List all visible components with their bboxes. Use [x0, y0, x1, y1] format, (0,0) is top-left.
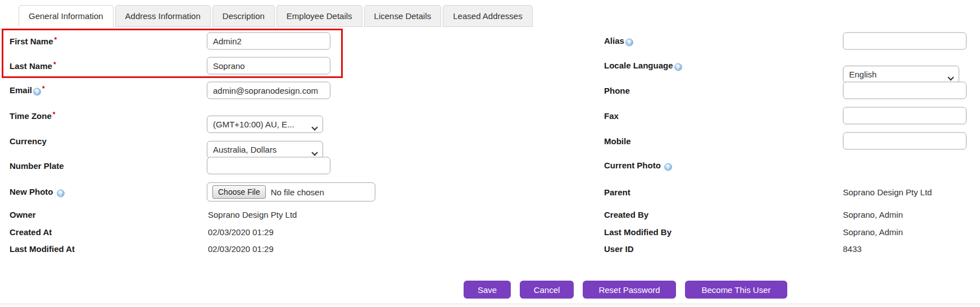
tab-license-details[interactable]: License Details [364, 5, 442, 27]
phone-input[interactable] [843, 82, 967, 99]
created-by-value: Soprano, Admin [843, 210, 903, 219]
field-row-phone: Phone [0, 81, 980, 99]
become-this-user-button[interactable]: Become This User [685, 281, 787, 299]
help-icon[interactable]: ? [664, 163, 672, 171]
locale-language-label: Locale Language? [604, 61, 682, 71]
tab-address-information[interactable]: Address Information [115, 5, 211, 27]
help-icon[interactable]: ? [625, 39, 633, 47]
alias-label: Alias? [604, 36, 633, 47]
tab-leased-addresses[interactable]: Leased Addresses [443, 5, 532, 27]
created-by-label: Created By [604, 210, 648, 219]
help-icon[interactable]: ? [674, 63, 682, 71]
parent-value: Soprano Design Pty Ltd [843, 187, 932, 197]
field-row-created-by: Created By Soprano, Admin [0, 209, 980, 220]
tab-bar: General Information Address Information … [19, 5, 533, 27]
save-button[interactable]: Save [464, 281, 511, 299]
field-row-locale-language: Locale Language? English [0, 57, 980, 75]
parent-label: Parent [604, 187, 630, 197]
fax-label: Fax [604, 111, 619, 121]
mobile-label: Mobile [604, 136, 631, 146]
last-modified-by-label: Last Modified By [604, 227, 672, 237]
field-row-current-photo: Current Photo? [0, 157, 980, 175]
alias-input[interactable] [843, 33, 967, 50]
user-id-value: 8433 [843, 244, 861, 254]
field-row-parent: Parent Soprano Design Pty Ltd [0, 186, 980, 198]
tab-description[interactable]: Description [212, 5, 275, 27]
reset-password-button[interactable]: Reset Password [583, 281, 676, 299]
phone-label: Phone [604, 86, 630, 95]
field-row-last-modified-by: Last Modified By Soprano, Admin [0, 226, 980, 237]
fax-input[interactable] [843, 107, 967, 125]
tab-employee-details[interactable]: Employee Details [276, 5, 362, 27]
last-modified-by-value: Soprano, Admin [843, 227, 903, 237]
mobile-input[interactable] [843, 132, 967, 150]
bottom-divider [0, 304, 980, 307]
field-row-alias: Alias? [0, 32, 980, 50]
cancel-button[interactable]: Cancel [520, 281, 574, 299]
field-row-user-id: User ID 8433 [0, 243, 980, 254]
locale-language-select[interactable]: English [843, 66, 959, 83]
field-row-fax: Fax [0, 107, 980, 125]
action-button-row: Save Cancel Reset Password Become This U… [464, 281, 787, 299]
field-row-mobile: Mobile [0, 132, 980, 150]
current-photo-label: Current Photo? [604, 161, 672, 171]
user-edit-screen: General Information Address Information … [0, 0, 980, 307]
tab-general-information[interactable]: General Information [19, 5, 114, 27]
user-id-label: User ID [604, 244, 634, 254]
